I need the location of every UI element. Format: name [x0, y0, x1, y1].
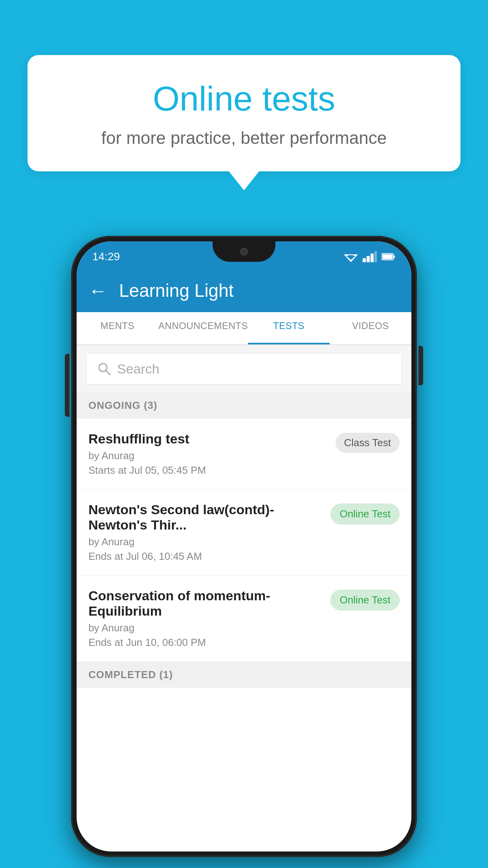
- phone-container: 14:29: [71, 236, 417, 857]
- speech-bubble-title: Online tests: [59, 79, 429, 119]
- test-badge-2: Online Test: [330, 504, 400, 524]
- completed-section-header: COMPLETED (1): [77, 662, 411, 688]
- test-name-1: Reshuffling test: [88, 431, 326, 447]
- test-author-1: by Anurag: [88, 450, 326, 462]
- status-time: 14:29: [92, 250, 120, 263]
- svg-rect-9: [382, 254, 393, 259]
- test-date-2: Ends at Jul 06, 10:45 AM: [88, 550, 321, 563]
- app-bar: ← Learning Light: [77, 269, 411, 312]
- search-bar[interactable]: Search: [86, 353, 402, 384]
- phone-shell: 14:29: [71, 236, 417, 857]
- wifi-icon: [344, 251, 358, 262]
- svg-rect-4: [367, 256, 370, 262]
- tab-tests[interactable]: TESTS: [248, 312, 330, 344]
- svg-rect-3: [363, 258, 366, 262]
- search-icon: [97, 362, 111, 375]
- test-name-3: Conservation of momentum-Equilibrium: [88, 588, 321, 619]
- phone-screen: 14:29: [77, 241, 411, 851]
- speech-bubble-subtitle: for more practice, better performance: [59, 128, 429, 148]
- test-list: Reshuffling test by Anurag Starts at Jul…: [77, 419, 411, 662]
- test-name-2: Newton's Second law(contd)-Newton's Thir…: [88, 502, 321, 533]
- svg-rect-6: [374, 251, 377, 262]
- back-button[interactable]: ←: [88, 280, 107, 302]
- speech-bubble: Online tests for more practice, better p…: [28, 55, 460, 171]
- notch-camera: [240, 248, 248, 256]
- test-item-2-left: Newton's Second law(contd)-Newton's Thir…: [88, 502, 321, 563]
- tab-ments[interactable]: MENTS: [77, 312, 158, 344]
- ongoing-section-header: ONGOING (3): [77, 392, 411, 419]
- phone-notch: [213, 241, 275, 262]
- app-title: Learning Light: [119, 280, 234, 301]
- status-icons: [344, 251, 396, 262]
- test-item-3[interactable]: Conservation of momentum-Equilibrium by …: [77, 576, 411, 662]
- svg-rect-8: [393, 256, 395, 258]
- test-badge-1: Class Test: [336, 433, 400, 453]
- test-item-3-left: Conservation of momentum-Equilibrium by …: [88, 588, 321, 649]
- tab-videos[interactable]: VIDEOS: [330, 312, 411, 344]
- tabs-bar: MENTS ANNOUNCEMENTS TESTS VIDEOS: [77, 312, 411, 345]
- test-date-1: Starts at Jul 05, 05:45 PM: [88, 464, 326, 476]
- test-badge-3: Online Test: [330, 590, 400, 611]
- svg-rect-5: [371, 254, 374, 262]
- test-author-2: by Anurag: [88, 536, 321, 548]
- test-author-3: by Anurag: [88, 622, 321, 634]
- test-item-2[interactable]: Newton's Second law(contd)-Newton's Thir…: [77, 489, 411, 576]
- tab-announcements[interactable]: ANNOUNCEMENTS: [158, 312, 248, 344]
- test-item-1[interactable]: Reshuffling test by Anurag Starts at Jul…: [77, 419, 411, 489]
- search-placeholder: Search: [117, 361, 160, 377]
- test-date-3: Ends at Jun 10, 06:00 PM: [88, 636, 321, 649]
- svg-line-11: [106, 371, 110, 375]
- test-item-1-left: Reshuffling test by Anurag Starts at Jul…: [88, 431, 326, 476]
- search-container: Search: [77, 345, 411, 392]
- signal-icon: [363, 251, 377, 262]
- battery-icon: [382, 253, 396, 261]
